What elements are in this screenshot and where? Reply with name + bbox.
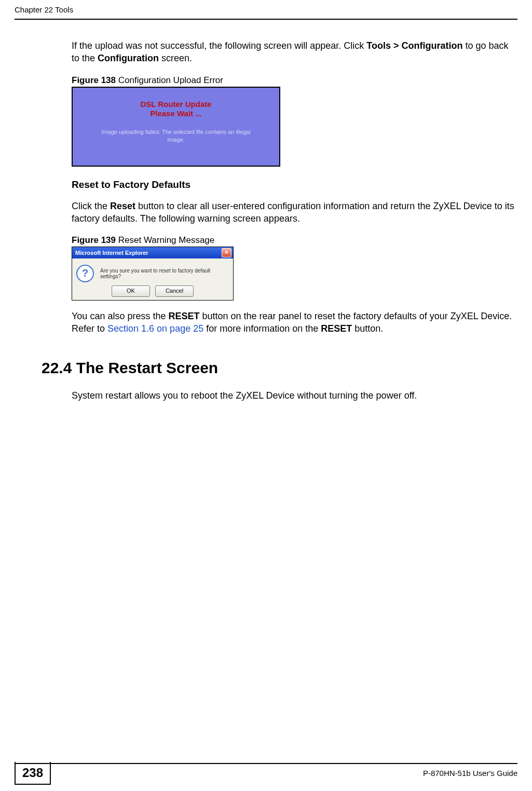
dialog-titlebar: Microsoft Internet Explorer ×	[72, 247, 233, 258]
text-bold: Configuration	[98, 53, 159, 63]
dialog-message: Are you sure you want to reset to factor…	[100, 268, 228, 279]
figure-139-dialog: Microsoft Internet Explorer × ? Are you …	[72, 247, 234, 301]
page-number: 238	[15, 762, 51, 785]
text: You can also press the	[72, 311, 168, 321]
text: screen.	[159, 53, 192, 63]
text-bold: RESET	[321, 323, 352, 334]
dialog-title: Microsoft Internet Explorer	[75, 250, 148, 256]
figure-138-image: DSL Router Update Please Wait ... Image …	[72, 87, 280, 167]
after-fig139-paragraph: You can also press the RESET button on t…	[72, 310, 517, 335]
text-bold: RESET	[168, 311, 199, 321]
text: Please Wait ...	[150, 109, 202, 118]
figure-number: Figure 138	[72, 75, 116, 85]
cancel-button[interactable]: Cancel	[155, 285, 194, 297]
chapter-header: Chapter 22 Tools	[15, 5, 73, 14]
text: If the upload was not successful, the fo…	[72, 40, 366, 51]
footer-guide-name: P-870HN-51b User's Guide	[423, 769, 517, 778]
text: for more information on the	[203, 323, 321, 334]
figure-title: Configuration Upload Error	[116, 75, 223, 85]
cross-reference-link[interactable]: Section 1.6 on page 25	[107, 323, 203, 334]
ok-button[interactable]: OK	[112, 285, 150, 297]
restart-paragraph: System restart allows you to reboot the …	[72, 389, 517, 402]
reset-heading: Reset to Factory Defaults	[72, 179, 517, 190]
close-icon[interactable]: ×	[222, 248, 231, 257]
text-bold: Tools > Configuration	[366, 40, 462, 51]
reset-paragraph: Click the Reset button to clear all user…	[72, 200, 517, 225]
figure-title: Reset Warning Message	[116, 235, 214, 245]
intro-paragraph: If the upload was not successful, the fo…	[72, 39, 517, 65]
header-rule	[15, 19, 517, 20]
upload-failed-message: Image uploading failed. The selected fil…	[75, 119, 277, 144]
figure-number: Figure 139	[72, 235, 116, 245]
figure-139-caption: Figure 139 Reset Warning Message	[72, 235, 517, 246]
text: button.	[352, 323, 383, 334]
text-bold: Reset	[110, 201, 135, 211]
text: button to clear all user-entered configu…	[72, 201, 514, 224]
footer-rule	[15, 763, 517, 764]
update-wait-title: DSL Router Update Please Wait ...	[75, 90, 277, 119]
question-icon: ?	[76, 265, 94, 282]
text: Click the	[72, 201, 110, 211]
text: DSL Router Update	[140, 100, 211, 108]
section-22-4-heading: 22.4 The Restart Screen	[42, 359, 517, 377]
figure-138-caption: Figure 138 Configuration Upload Error	[72, 75, 517, 86]
